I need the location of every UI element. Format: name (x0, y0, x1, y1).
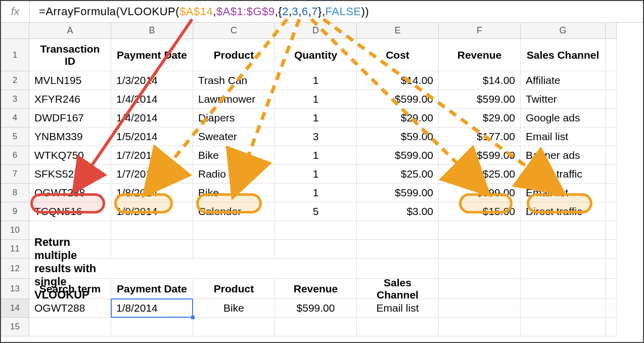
header-sales-channel[interactable]: Sales Channel (521, 39, 606, 71)
cell[interactable]: $599.00 (439, 146, 521, 165)
cell[interactable]: Twitter (521, 90, 606, 109)
cell[interactable]: Affiliate (521, 71, 606, 90)
header-transaction-id[interactable]: Transaction ID (29, 39, 111, 71)
cell[interactable]: $59.00 (357, 127, 439, 146)
cell[interactable]: 1/4/2014 (111, 90, 193, 109)
col-header-G[interactable]: G (521, 23, 606, 39)
header-cost[interactable]: Cost (357, 39, 439, 71)
select-all-corner[interactable] (1, 23, 29, 39)
cell[interactable]: MVLN195 (29, 71, 111, 90)
cell[interactable]: Lawnmower (193, 90, 275, 109)
row-header-2[interactable]: 2 (1, 71, 29, 90)
cell[interactable]: $599.00 (357, 90, 439, 109)
formula-input[interactable]: =ArrayFormula(VLOOKUP($A$14,$A$1:$G$9,{2… (30, 5, 643, 18)
result-sales-channel[interactable]: Email list (357, 299, 439, 318)
cell[interactable]: Direct traffic (521, 165, 606, 184)
search-header-sales-channel[interactable]: Sales Channel (357, 279, 439, 299)
row-header-8[interactable]: 8 (1, 184, 29, 202)
cell[interactable]: $14.00 (357, 71, 439, 90)
cell[interactable]: 1/9/2014 (111, 202, 193, 221)
cell[interactable]: 1/5/2014 (111, 127, 193, 146)
cell[interactable]: $599.00 (357, 146, 439, 165)
cell[interactable]: $599.00 (357, 184, 439, 202)
cell[interactable]: $14.00 (439, 71, 521, 90)
cell[interactable]: Bike (193, 146, 275, 165)
cell[interactable]: Calender (193, 202, 275, 221)
cell[interactable]: 1/7/2014 (111, 165, 193, 184)
search-header-payment-date[interactable]: Payment Date (111, 279, 193, 299)
cell[interactable]: Sweater (193, 127, 275, 146)
cell[interactable]: Bike (193, 184, 275, 202)
row-header-9[interactable]: 9 (1, 202, 29, 221)
cell[interactable]: $15.00 (439, 202, 521, 221)
header-payment-date[interactable]: Payment Date (111, 39, 193, 71)
cell[interactable]: $3.00 (357, 202, 439, 221)
col-header-A[interactable]: A (29, 23, 111, 39)
cell[interactable]: WTKQ750 (29, 146, 111, 165)
col-header-F[interactable]: F (439, 23, 521, 39)
header-revenue[interactable]: Revenue (439, 39, 521, 71)
header-quantity[interactable]: Quantity (275, 39, 357, 71)
row-header-5[interactable]: 5 (1, 127, 29, 146)
cell[interactable]: 1/3/2014 (111, 71, 193, 90)
cell[interactable]: $25.00 (439, 165, 521, 184)
row-header-14[interactable]: 14 (1, 299, 29, 318)
cell[interactable]: Banner ads (521, 146, 606, 165)
result-product[interactable]: Bike (193, 299, 275, 318)
cell[interactable]: 1 (275, 71, 357, 90)
cell[interactable]: 1/7/2014 (111, 146, 193, 165)
cell[interactable]: Radio (193, 165, 275, 184)
row-header-10[interactable]: 10 (1, 221, 29, 240)
cell[interactable]: Diapers (193, 109, 275, 127)
section-title[interactable]: Return multiple results with single VLOO… (29, 259, 111, 279)
header-product[interactable]: Product (193, 39, 275, 71)
row-header-6[interactable]: 6 (1, 146, 29, 165)
row-header-12[interactable]: 12 (1, 259, 29, 279)
cell[interactable]: XFYR246 (29, 90, 111, 109)
cell[interactable]: 1/4/2014 (111, 109, 193, 127)
row-header-13[interactable]: 13 (1, 279, 29, 299)
cell[interactable]: DWDF167 (29, 109, 111, 127)
col-header-C[interactable]: C (193, 23, 275, 39)
cell[interactable]: 3 (275, 127, 357, 146)
row-header-3[interactable]: 3 (1, 90, 29, 109)
active-cell[interactable]: 1/8/2014 (111, 299, 193, 318)
search-header-term[interactable]: Search term (29, 279, 111, 299)
cell[interactable]: Email list (521, 184, 606, 202)
cell[interactable]: $29.00 (439, 109, 521, 127)
cell[interactable]: Google ads (521, 109, 606, 127)
cell[interactable]: $599.00 (439, 184, 521, 202)
cell[interactable]: 1 (275, 184, 357, 202)
cell[interactable]: $599.00 (439, 90, 521, 109)
col-header-extra[interactable] (606, 23, 617, 39)
col-header-D[interactable]: D (275, 23, 357, 39)
cell[interactable]: 1 (275, 90, 357, 109)
row-header-11[interactable]: 11 (1, 240, 29, 259)
cell[interactable]: 1 (275, 146, 357, 165)
col-header-B[interactable]: B (111, 23, 193, 39)
cell[interactable]: 1 (275, 165, 357, 184)
cell[interactable]: TCQN516 (29, 202, 111, 221)
result-revenue[interactable]: $599.00 (275, 299, 357, 318)
search-term-value[interactable]: OGWT288 (29, 299, 111, 318)
spreadsheet-grid[interactable]: A B C D E F G 1 Transaction ID Payment D… (1, 23, 643, 336)
cell[interactable]: Direct traffic (521, 202, 606, 221)
cell[interactable]: 1 (275, 109, 357, 127)
cell[interactable]: Email list (521, 127, 606, 146)
cell[interactable]: $29.00 (357, 109, 439, 127)
row-header-1[interactable]: 1 (1, 39, 29, 71)
search-header-product[interactable]: Product (193, 279, 275, 299)
cell[interactable]: 5 (275, 202, 357, 221)
search-header-revenue[interactable]: Revenue (275, 279, 357, 299)
cell[interactable]: 1/8/2014 (111, 184, 193, 202)
cell[interactable]: $25.00 (357, 165, 439, 184)
row-header-7[interactable]: 7 (1, 165, 29, 184)
row-header-4[interactable]: 4 (1, 109, 29, 127)
cell[interactable]: $177.00 (439, 127, 521, 146)
cell[interactable]: YNBM339 (29, 127, 111, 146)
cell[interactable]: SFKS527 (29, 165, 111, 184)
row-header-15[interactable]: 15 (1, 318, 29, 336)
col-header-E[interactable]: E (357, 23, 439, 39)
cell[interactable]: OGWT288 (29, 184, 111, 202)
cell[interactable]: Trash Can (193, 71, 275, 90)
